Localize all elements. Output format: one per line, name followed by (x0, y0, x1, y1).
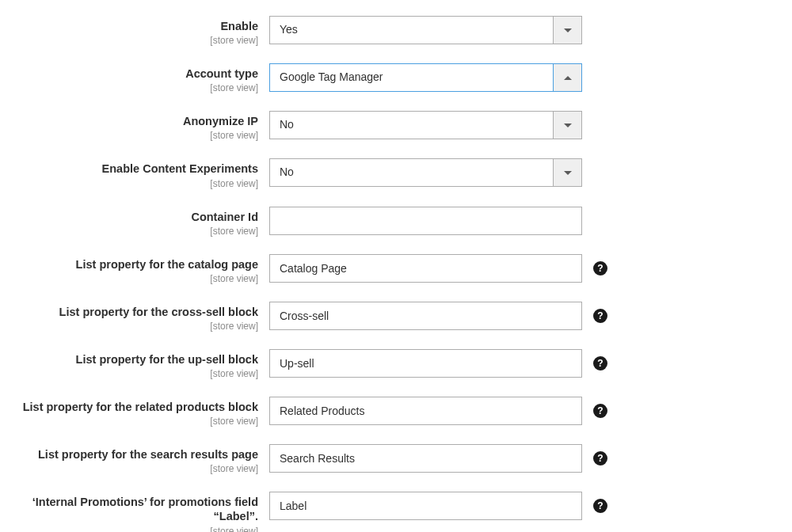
anonymize-ip-select-value: No (270, 112, 553, 139)
chevron-down-icon (564, 28, 572, 32)
help-col: ? (582, 254, 611, 283)
control-col (269, 207, 582, 235)
row-related-products: List property for the related products b… (8, 397, 784, 427)
scope-text: [store view] (8, 321, 258, 332)
account-type-select-arrow (553, 64, 581, 91)
label-col: List property for the search results pag… (8, 444, 269, 474)
account-type-select-value: Google Tag Manager (270, 64, 553, 91)
row-enable: Enable [store view] Yes (8, 16, 784, 46)
container-id-input[interactable] (269, 207, 582, 235)
chevron-down-icon (564, 124, 572, 127)
label-col: Enable [store view] (8, 16, 269, 46)
help-col: ? (582, 349, 611, 378)
account-type-label: Account type (8, 66, 258, 81)
catalog-page-label: List property for the catalog page (8, 257, 258, 272)
content-experiments-select-value: No (270, 159, 553, 186)
scope-text: [store view] (8, 226, 258, 237)
content-experiments-label: Enable Content Experiments (8, 162, 258, 176)
help-col: ? (582, 302, 611, 330)
help-icon[interactable]: ? (593, 404, 607, 418)
enable-select-value: Yes (270, 17, 553, 44)
scope-text: [store view] (8, 526, 258, 533)
enable-label: Enable (8, 19, 258, 33)
help-col: ? (582, 397, 611, 425)
help-col (582, 63, 611, 92)
label-col: List property for the cross-sell block [… (8, 302, 269, 332)
row-up-sell: List property for the up-sell block [sto… (8, 349, 784, 379)
cross-sell-input[interactable] (269, 302, 582, 330)
internal-promotions-input[interactable] (269, 492, 582, 520)
help-icon[interactable]: ? (593, 309, 607, 323)
scope-text: [store view] (8, 82, 258, 93)
label-col: ‘Internal Promotions’ for promotions fie… (8, 492, 269, 532)
scope-text: [store view] (8, 273, 258, 284)
cross-sell-label: List property for the cross-sell block (8, 305, 258, 319)
scope-text: [store view] (8, 463, 258, 474)
row-anonymize-ip: Anonymize IP [store view] No (8, 111, 784, 141)
label-col: Enable Content Experiments [store view] (8, 158, 269, 188)
container-id-label: Container Id (8, 210, 258, 224)
label-col: Account type [store view] (8, 63, 269, 93)
scope-text: [store view] (8, 368, 258, 379)
scope-text: [store view] (8, 416, 258, 427)
content-experiments-select[interactable]: No (269, 158, 582, 187)
control-col (269, 492, 582, 520)
row-account-type: Account type [store view] Google Tag Man… (8, 63, 784, 93)
label-col: Anonymize IP [store view] (8, 111, 269, 141)
control-col: Google Tag Manager (269, 63, 582, 92)
search-results-label: List property for the search results pag… (8, 447, 258, 462)
up-sell-label: List property for the up-sell block (8, 352, 258, 367)
help-col: ? (582, 444, 611, 473)
label-col: List property for the catalog page [stor… (8, 254, 269, 284)
internal-promotions-label: ‘Internal Promotions’ for promotions fie… (8, 495, 258, 523)
scope-text: [store view] (8, 130, 258, 141)
help-col (582, 111, 611, 139)
help-icon[interactable]: ? (593, 356, 607, 370)
enable-select-arrow (553, 17, 581, 44)
label-col: List property for the up-sell block [sto… (8, 349, 269, 379)
row-search-results: List property for the search results pag… (8, 444, 784, 474)
help-icon[interactable]: ? (593, 451, 607, 466)
search-results-input[interactable] (269, 444, 582, 473)
help-col (582, 158, 611, 187)
control-col: Yes (269, 16, 582, 44)
anonymize-ip-select-arrow (553, 112, 581, 139)
config-form: Enable [store view] Yes Account type [st… (8, 16, 784, 532)
content-experiments-select-arrow (553, 159, 581, 186)
anonymize-ip-select[interactable]: No (269, 111, 582, 139)
chevron-up-icon (564, 76, 572, 80)
scope-text: [store view] (8, 35, 258, 46)
account-type-select[interactable]: Google Tag Manager (269, 63, 582, 92)
help-col (582, 207, 611, 235)
control-col (269, 444, 582, 473)
control-col (269, 349, 582, 378)
catalog-page-input[interactable] (269, 254, 582, 283)
help-icon[interactable]: ? (593, 261, 607, 276)
scope-text: [store view] (8, 178, 258, 189)
help-icon[interactable]: ? (593, 499, 607, 513)
control-col: No (269, 158, 582, 187)
related-products-input[interactable] (269, 397, 582, 425)
up-sell-input[interactable] (269, 349, 582, 378)
label-col: Container Id [store view] (8, 207, 269, 237)
related-products-label: List property for the related products b… (8, 400, 258, 414)
enable-select[interactable]: Yes (269, 16, 582, 44)
control-col: No (269, 111, 582, 139)
help-col (582, 16, 611, 44)
control-col (269, 397, 582, 425)
control-col (269, 302, 582, 330)
row-internal-promotions-label: ‘Internal Promotions’ for promotions fie… (8, 492, 784, 532)
row-container-id: Container Id [store view] (8, 207, 784, 237)
row-content-experiments: Enable Content Experiments [store view] … (8, 158, 784, 188)
chevron-down-icon (564, 171, 572, 175)
help-col: ? (582, 492, 611, 520)
row-cross-sell: List property for the cross-sell block [… (8, 302, 784, 332)
label-col: List property for the related products b… (8, 397, 269, 427)
row-catalog-page: List property for the catalog page [stor… (8, 254, 784, 284)
anonymize-ip-label: Anonymize IP (8, 114, 258, 128)
control-col (269, 254, 582, 283)
